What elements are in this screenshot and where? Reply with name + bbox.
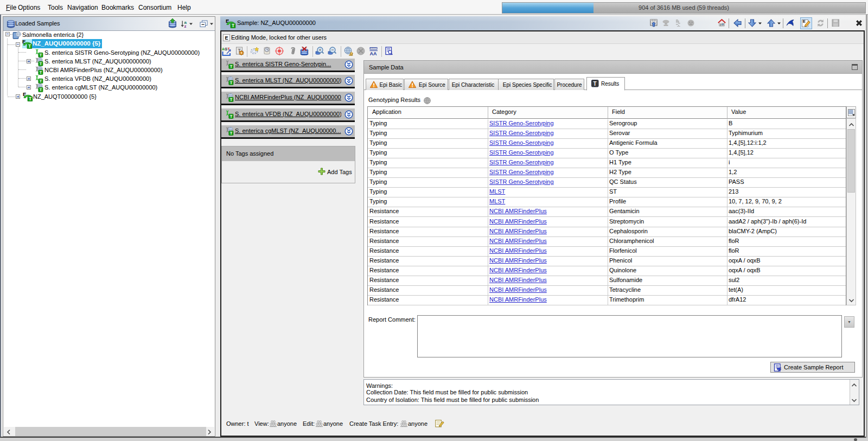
svg-text:T: T <box>40 87 42 92</box>
svg-text:T: T <box>28 43 31 49</box>
svg-text:T: T <box>40 53 42 57</box>
svg-text:G: G <box>225 47 227 51</box>
svg-text:E: E <box>803 19 806 24</box>
svg-text:T: T <box>230 80 233 85</box>
svg-text:T: T <box>230 114 233 119</box>
svg-text:T: T <box>29 96 32 101</box>
svg-text:T: T <box>230 64 233 69</box>
svg-text:T: T <box>230 131 233 136</box>
svg-text:z: z <box>184 24 187 28</box>
svg-text:T: T <box>40 70 42 75</box>
svg-text:T: T <box>232 23 235 28</box>
svg-text:T: T <box>40 61 42 66</box>
svg-text:T: T <box>593 80 597 86</box>
svg-text:T: T <box>40 79 42 84</box>
svg-text:AA: AA <box>370 51 377 56</box>
svg-text:T: T <box>230 97 233 102</box>
